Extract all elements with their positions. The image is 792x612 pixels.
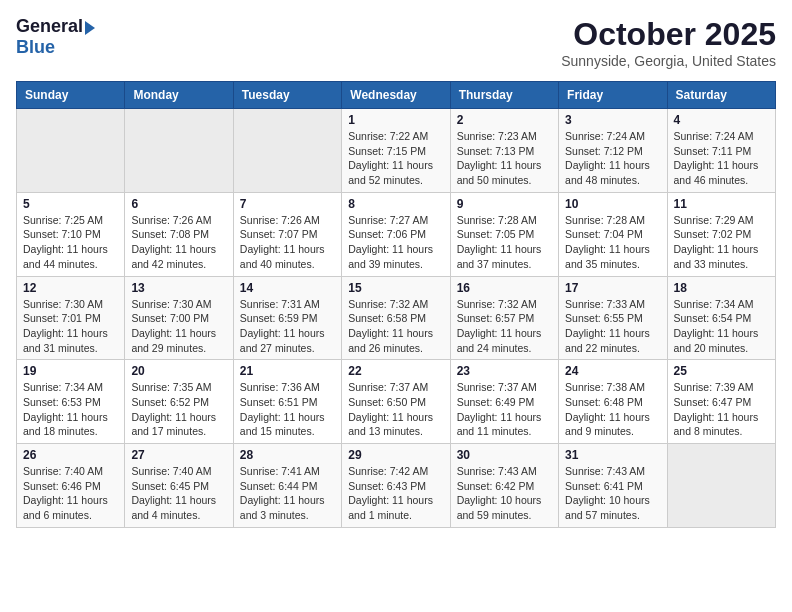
- day-detail: Sunrise: 7:32 AMSunset: 6:58 PMDaylight:…: [348, 297, 443, 356]
- col-header-wednesday: Wednesday: [342, 82, 450, 109]
- day-number: 15: [348, 281, 443, 295]
- day-detail: Sunrise: 7:27 AMSunset: 7:06 PMDaylight:…: [348, 213, 443, 272]
- day-cell: 15Sunrise: 7:32 AMSunset: 6:58 PMDayligh…: [342, 276, 450, 360]
- day-detail: Sunrise: 7:37 AMSunset: 6:50 PMDaylight:…: [348, 380, 443, 439]
- day-cell: 9Sunrise: 7:28 AMSunset: 7:05 PMDaylight…: [450, 192, 558, 276]
- day-detail: Sunrise: 7:30 AMSunset: 7:01 PMDaylight:…: [23, 297, 118, 356]
- title-block: October 2025 Sunnyside, Georgia, United …: [561, 16, 776, 69]
- day-detail: Sunrise: 7:24 AMSunset: 7:11 PMDaylight:…: [674, 129, 769, 188]
- col-header-monday: Monday: [125, 82, 233, 109]
- day-detail: Sunrise: 7:37 AMSunset: 6:49 PMDaylight:…: [457, 380, 552, 439]
- day-number: 21: [240, 364, 335, 378]
- day-detail: Sunrise: 7:34 AMSunset: 6:54 PMDaylight:…: [674, 297, 769, 356]
- day-cell: [17, 109, 125, 193]
- day-number: 27: [131, 448, 226, 462]
- day-number: 6: [131, 197, 226, 211]
- day-cell: 12Sunrise: 7:30 AMSunset: 7:01 PMDayligh…: [17, 276, 125, 360]
- week-row-1: 1Sunrise: 7:22 AMSunset: 7:15 PMDaylight…: [17, 109, 776, 193]
- day-cell: 26Sunrise: 7:40 AMSunset: 6:46 PMDayligh…: [17, 444, 125, 528]
- day-number: 18: [674, 281, 769, 295]
- logo-arrow-icon: [85, 21, 95, 35]
- day-cell: 21Sunrise: 7:36 AMSunset: 6:51 PMDayligh…: [233, 360, 341, 444]
- col-header-thursday: Thursday: [450, 82, 558, 109]
- day-number: 17: [565, 281, 660, 295]
- day-cell: 29Sunrise: 7:42 AMSunset: 6:43 PMDayligh…: [342, 444, 450, 528]
- day-cell: 6Sunrise: 7:26 AMSunset: 7:08 PMDaylight…: [125, 192, 233, 276]
- calendar-table: SundayMondayTuesdayWednesdayThursdayFrid…: [16, 81, 776, 528]
- day-cell: 8Sunrise: 7:27 AMSunset: 7:06 PMDaylight…: [342, 192, 450, 276]
- day-cell: 5Sunrise: 7:25 AMSunset: 7:10 PMDaylight…: [17, 192, 125, 276]
- day-detail: Sunrise: 7:22 AMSunset: 7:15 PMDaylight:…: [348, 129, 443, 188]
- day-number: 25: [674, 364, 769, 378]
- week-row-5: 26Sunrise: 7:40 AMSunset: 6:46 PMDayligh…: [17, 444, 776, 528]
- day-detail: Sunrise: 7:32 AMSunset: 6:57 PMDaylight:…: [457, 297, 552, 356]
- day-detail: Sunrise: 7:41 AMSunset: 6:44 PMDaylight:…: [240, 464, 335, 523]
- day-number: 19: [23, 364, 118, 378]
- day-detail: Sunrise: 7:34 AMSunset: 6:53 PMDaylight:…: [23, 380, 118, 439]
- day-cell: 1Sunrise: 7:22 AMSunset: 7:15 PMDaylight…: [342, 109, 450, 193]
- day-cell: 16Sunrise: 7:32 AMSunset: 6:57 PMDayligh…: [450, 276, 558, 360]
- day-detail: Sunrise: 7:43 AMSunset: 6:41 PMDaylight:…: [565, 464, 660, 523]
- day-detail: Sunrise: 7:42 AMSunset: 6:43 PMDaylight:…: [348, 464, 443, 523]
- week-row-4: 19Sunrise: 7:34 AMSunset: 6:53 PMDayligh…: [17, 360, 776, 444]
- day-cell: 4Sunrise: 7:24 AMSunset: 7:11 PMDaylight…: [667, 109, 775, 193]
- day-cell: 31Sunrise: 7:43 AMSunset: 6:41 PMDayligh…: [559, 444, 667, 528]
- day-detail: Sunrise: 7:23 AMSunset: 7:13 PMDaylight:…: [457, 129, 552, 188]
- day-detail: Sunrise: 7:33 AMSunset: 6:55 PMDaylight:…: [565, 297, 660, 356]
- day-detail: Sunrise: 7:25 AMSunset: 7:10 PMDaylight:…: [23, 213, 118, 272]
- day-cell: [125, 109, 233, 193]
- day-number: 8: [348, 197, 443, 211]
- day-number: 29: [348, 448, 443, 462]
- day-cell: 23Sunrise: 7:37 AMSunset: 6:49 PMDayligh…: [450, 360, 558, 444]
- day-cell: 30Sunrise: 7:43 AMSunset: 6:42 PMDayligh…: [450, 444, 558, 528]
- day-cell: 22Sunrise: 7:37 AMSunset: 6:50 PMDayligh…: [342, 360, 450, 444]
- week-row-3: 12Sunrise: 7:30 AMSunset: 7:01 PMDayligh…: [17, 276, 776, 360]
- day-cell: 20Sunrise: 7:35 AMSunset: 6:52 PMDayligh…: [125, 360, 233, 444]
- day-cell: 7Sunrise: 7:26 AMSunset: 7:07 PMDaylight…: [233, 192, 341, 276]
- day-number: 7: [240, 197, 335, 211]
- calendar-header-row: SundayMondayTuesdayWednesdayThursdayFrid…: [17, 82, 776, 109]
- day-cell: [667, 444, 775, 528]
- day-number: 4: [674, 113, 769, 127]
- day-number: 11: [674, 197, 769, 211]
- day-cell: 19Sunrise: 7:34 AMSunset: 6:53 PMDayligh…: [17, 360, 125, 444]
- day-cell: [233, 109, 341, 193]
- logo: General Blue: [16, 16, 95, 58]
- col-header-tuesday: Tuesday: [233, 82, 341, 109]
- week-row-2: 5Sunrise: 7:25 AMSunset: 7:10 PMDaylight…: [17, 192, 776, 276]
- day-detail: Sunrise: 7:43 AMSunset: 6:42 PMDaylight:…: [457, 464, 552, 523]
- day-number: 28: [240, 448, 335, 462]
- location-label: Sunnyside, Georgia, United States: [561, 53, 776, 69]
- day-number: 13: [131, 281, 226, 295]
- day-number: 30: [457, 448, 552, 462]
- day-cell: 2Sunrise: 7:23 AMSunset: 7:13 PMDaylight…: [450, 109, 558, 193]
- day-cell: 14Sunrise: 7:31 AMSunset: 6:59 PMDayligh…: [233, 276, 341, 360]
- day-number: 2: [457, 113, 552, 127]
- day-cell: 10Sunrise: 7:28 AMSunset: 7:04 PMDayligh…: [559, 192, 667, 276]
- day-number: 14: [240, 281, 335, 295]
- page-header: General Blue October 2025 Sunnyside, Geo…: [16, 16, 776, 69]
- day-detail: Sunrise: 7:35 AMSunset: 6:52 PMDaylight:…: [131, 380, 226, 439]
- day-cell: 13Sunrise: 7:30 AMSunset: 7:00 PMDayligh…: [125, 276, 233, 360]
- day-cell: 25Sunrise: 7:39 AMSunset: 6:47 PMDayligh…: [667, 360, 775, 444]
- day-detail: Sunrise: 7:31 AMSunset: 6:59 PMDaylight:…: [240, 297, 335, 356]
- day-number: 16: [457, 281, 552, 295]
- day-detail: Sunrise: 7:28 AMSunset: 7:05 PMDaylight:…: [457, 213, 552, 272]
- day-detail: Sunrise: 7:40 AMSunset: 6:46 PMDaylight:…: [23, 464, 118, 523]
- col-header-sunday: Sunday: [17, 82, 125, 109]
- day-detail: Sunrise: 7:29 AMSunset: 7:02 PMDaylight:…: [674, 213, 769, 272]
- day-detail: Sunrise: 7:24 AMSunset: 7:12 PMDaylight:…: [565, 129, 660, 188]
- day-cell: 3Sunrise: 7:24 AMSunset: 7:12 PMDaylight…: [559, 109, 667, 193]
- day-detail: Sunrise: 7:38 AMSunset: 6:48 PMDaylight:…: [565, 380, 660, 439]
- day-cell: 17Sunrise: 7:33 AMSunset: 6:55 PMDayligh…: [559, 276, 667, 360]
- day-number: 9: [457, 197, 552, 211]
- day-cell: 27Sunrise: 7:40 AMSunset: 6:45 PMDayligh…: [125, 444, 233, 528]
- day-cell: 24Sunrise: 7:38 AMSunset: 6:48 PMDayligh…: [559, 360, 667, 444]
- day-number: 22: [348, 364, 443, 378]
- day-number: 3: [565, 113, 660, 127]
- day-number: 5: [23, 197, 118, 211]
- calendar-body: 1Sunrise: 7:22 AMSunset: 7:15 PMDaylight…: [17, 109, 776, 528]
- day-number: 10: [565, 197, 660, 211]
- month-title: October 2025: [561, 16, 776, 53]
- day-number: 24: [565, 364, 660, 378]
